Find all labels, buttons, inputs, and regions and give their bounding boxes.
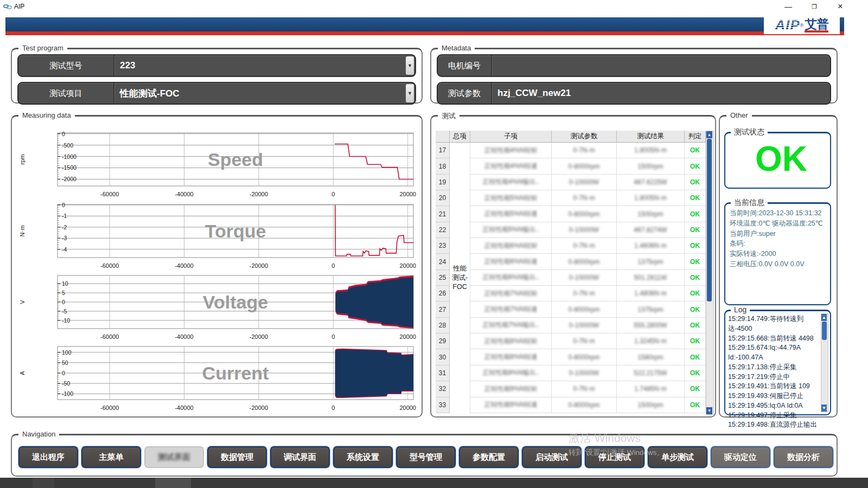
- table-cell-verdict[interactable]: OK: [685, 270, 706, 286]
- table-row-number[interactable]: 29: [436, 333, 450, 349]
- table-row-number[interactable]: 23: [436, 238, 450, 254]
- table-cell-param[interactable]: 0-8000rpm: [552, 397, 617, 413]
- table-cell-param[interactable]: 0-8000rpm: [552, 349, 617, 365]
- table-cell-result[interactable]: 1375rpm: [617, 301, 685, 317]
- table-cell-result[interactable]: 467.6225W: [617, 175, 685, 190]
- restore-button[interactable]: ❐: [806, 2, 822, 11]
- nav-button-0[interactable]: 退出程序: [18, 446, 78, 468]
- nav-button-7[interactable]: 参数配置: [459, 446, 519, 468]
- table-cell-subitem[interactable]: 正转性能4%N转速: [470, 158, 552, 174]
- table-scrollbar[interactable]: ▲ ▼: [706, 131, 714, 415]
- table-cell-result[interactable]: 1.8005N·m: [617, 143, 685, 158]
- table-cell-param[interactable]: 0-7N·m: [552, 381, 617, 397]
- table-cell-verdict[interactable]: OK: [685, 238, 706, 254]
- table-row-number[interactable]: 21: [436, 206, 450, 222]
- table-scrollbar-thumb[interactable]: [707, 139, 712, 301]
- table-row-number[interactable]: 31: [436, 365, 450, 381]
- nav-button-9[interactable]: 停止测试: [585, 446, 644, 468]
- table-cell-result[interactable]: 1.3245N·m: [617, 333, 685, 349]
- table-cell-result[interactable]: 522.2175W: [617, 365, 685, 381]
- table-row-number[interactable]: 28: [436, 318, 450, 333]
- table-cell-result[interactable]: 1580rpm: [617, 349, 685, 365]
- table-cell-param[interactable]: 0-10000W: [552, 175, 617, 190]
- table-cell-subitem[interactable]: 正转性能7%N转速: [470, 301, 552, 317]
- table-cell-param[interactable]: 0-10000W: [552, 222, 617, 238]
- nav-button-8[interactable]: 启动测试: [522, 446, 582, 468]
- table-cell-subitem[interactable]: 正转性能8%N输出..: [470, 365, 552, 381]
- table-cell-subitem[interactable]: 正转性能6%N转速: [470, 254, 552, 269]
- table-cell-param[interactable]: 0-7N·m: [552, 143, 617, 158]
- table-cell-param[interactable]: 0-10000W: [552, 318, 617, 333]
- table-cell-result[interactable]: 1.7485N·m: [617, 381, 685, 397]
- table-cell-verdict[interactable]: OK: [685, 143, 706, 158]
- table-cell-verdict[interactable]: OK: [685, 190, 706, 206]
- table-cell-subitem[interactable]: 正转性能5%N转矩: [470, 190, 552, 206]
- table-cell-result[interactable]: 1.4806N·m: [617, 286, 685, 301]
- nav-button-12[interactable]: 数据分析: [774, 446, 833, 468]
- table-cell-subitem[interactable]: 正转性能7%N转矩: [470, 286, 552, 301]
- minimize-button[interactable]: —: [780, 2, 796, 11]
- table-cell-param[interactable]: 0-8000rpm: [552, 254, 617, 269]
- nav-button-11[interactable]: 驱动定位: [711, 446, 770, 468]
- table-cell-verdict[interactable]: OK: [685, 206, 706, 222]
- table-cell-param[interactable]: 0-8000rpm: [552, 301, 617, 317]
- table-row-number[interactable]: 22: [436, 222, 450, 238]
- table-cell-result[interactable]: 467.8274W: [617, 222, 685, 238]
- table-row-number[interactable]: 18: [436, 158, 450, 174]
- log-scrollbar[interactable]: ▲ ▼: [821, 313, 828, 412]
- chevron-down-icon[interactable]: ▼: [406, 84, 414, 102]
- table-cell-result[interactable]: 1.4606N·m: [617, 238, 685, 254]
- table-cell-result[interactable]: 1.8005N·m: [617, 190, 685, 206]
- table-cell-result[interactable]: 1375rpm: [617, 254, 685, 269]
- table-row-number[interactable]: 26: [436, 286, 450, 301]
- nav-button-5[interactable]: 系统设置: [333, 446, 393, 468]
- close-button[interactable]: ×: [832, 2, 848, 11]
- table-cell-param[interactable]: 0-10000W: [552, 270, 617, 286]
- table-cell-subitem[interactable]: 正转性能5%N转速: [470, 206, 552, 222]
- table-cell-param[interactable]: 0-8000rpm: [552, 206, 617, 222]
- table-row-number[interactable]: 25: [436, 270, 450, 286]
- table-cell-subitem[interactable]: 正转性能6%N输出..: [470, 270, 552, 286]
- table-cell-subitem[interactable]: 正转性能9%N转矩: [470, 381, 552, 397]
- table-row-number[interactable]: 33: [436, 397, 450, 413]
- table-cell-result[interactable]: 555.2800W: [617, 318, 685, 333]
- log-scroll-down-icon[interactable]: ▼: [821, 404, 827, 412]
- table-row-number[interactable]: 20: [436, 190, 450, 206]
- nav-button-6[interactable]: 型号管理: [396, 446, 456, 468]
- table-cell-param[interactable]: 0-7N·m: [552, 333, 617, 349]
- table-cell-result[interactable]: 501.2811W: [617, 270, 685, 286]
- table-cell-verdict[interactable]: OK: [685, 365, 706, 381]
- table-cell-subitem[interactable]: 正转性能4%N输出..: [470, 175, 552, 190]
- metadata-value-1[interactable]: hzj_CCW_new21: [492, 83, 830, 104]
- table-cell-param[interactable]: 0-7N·m: [552, 238, 617, 254]
- table-row-number[interactable]: 27: [436, 301, 450, 317]
- table-cell-verdict[interactable]: OK: [685, 158, 706, 174]
- table-cell-param[interactable]: 0-10000W: [552, 365, 617, 381]
- table-cell-verdict[interactable]: OK: [685, 333, 706, 349]
- table-cell-verdict[interactable]: OK: [685, 222, 706, 238]
- test-program-value-0[interactable]: 223: [114, 55, 415, 76]
- table-cell-verdict[interactable]: OK: [685, 318, 706, 333]
- nav-button-1[interactable]: 主菜单: [81, 446, 141, 468]
- table-row-number[interactable]: 19: [436, 175, 450, 190]
- table-cell-param[interactable]: 0-7N·m: [552, 286, 617, 301]
- table-cell-verdict[interactable]: OK: [685, 254, 706, 269]
- table-cell-verdict[interactable]: OK: [685, 381, 706, 397]
- table-cell-subitem[interactable]: 正转性能5%N输出..: [470, 222, 552, 238]
- nav-button-10[interactable]: 单步测试: [648, 446, 707, 468]
- table-cell-param[interactable]: 0-8000rpm: [552, 158, 617, 174]
- table-cell-subitem[interactable]: 正转性能4%N转矩: [470, 143, 552, 158]
- table-row-number[interactable]: 24: [436, 254, 450, 269]
- test-program-value-1[interactable]: 性能测试-FOC: [114, 83, 415, 104]
- table-cell-subitem[interactable]: 正转性能7%N输出..: [470, 318, 552, 333]
- table-cell-verdict[interactable]: OK: [685, 301, 706, 317]
- table-cell-subitem[interactable]: 正转性能6%N转矩: [470, 238, 552, 254]
- table-cell-result[interactable]: 1500rpm: [617, 206, 685, 222]
- table-cell-result[interactable]: 1500rpm: [617, 397, 685, 413]
- table-cell-verdict[interactable]: OK: [685, 397, 706, 413]
- table-cell-verdict[interactable]: OK: [685, 349, 706, 365]
- nav-button-3[interactable]: 数据管理: [207, 446, 267, 468]
- log-scrollbar-thumb[interactable]: [822, 322, 827, 340]
- chevron-down-icon[interactable]: ▼: [406, 56, 414, 75]
- table-cell-result[interactable]: 1500rpm: [617, 158, 685, 174]
